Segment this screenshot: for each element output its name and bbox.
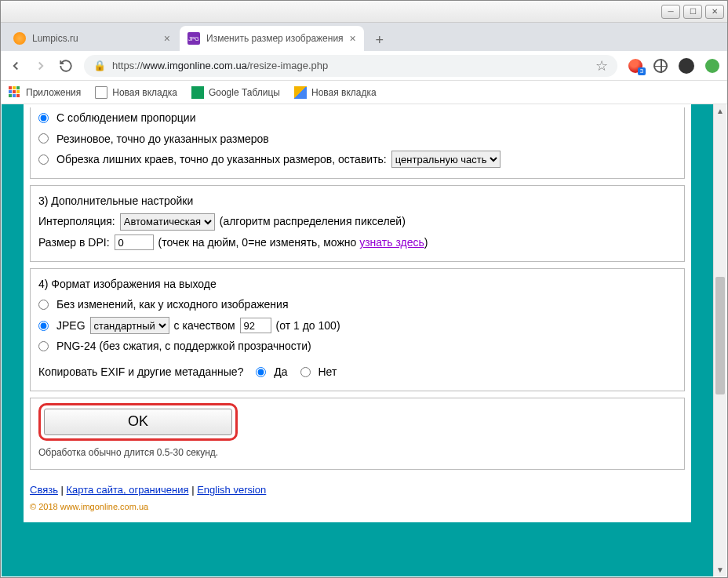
page-viewport: С соблюдением пропорции Резиновое, точно… bbox=[2, 104, 726, 576]
url-input[interactable]: 🔒 https://www.imgonline.com.ua/resize-im… bbox=[84, 55, 617, 77]
maximize-button[interactable]: ☐ bbox=[683, 5, 702, 19]
tab-lumpics[interactable]: Lumpics.ru × bbox=[5, 26, 178, 51]
page-icon bbox=[95, 86, 107, 99]
bookmark-item[interactable]: Новая вкладка bbox=[294, 86, 377, 99]
radio-rubber[interactable] bbox=[38, 133, 49, 144]
window-titlebar: ─ ☐ ✕ bbox=[1, 1, 727, 23]
vertical-scrollbar[interactable]: ▲ ▼ bbox=[713, 104, 726, 576]
interpolation-select[interactable]: Автоматическая bbox=[120, 213, 215, 231]
ok-button[interactable]: OK bbox=[44, 409, 232, 435]
minimize-button[interactable]: ─ bbox=[661, 5, 680, 19]
section-output-format: 4) Формат изображения на выходе Без изме… bbox=[30, 268, 685, 391]
section-title: 3) Дополнительные настройки bbox=[38, 191, 676, 212]
browser-window: ─ ☐ ✕ Lumpics.ru × JPG Изменить размер и… bbox=[0, 0, 728, 578]
bookmarks-bar: Приложения Новая вкладка Google Таблицы … bbox=[1, 81, 727, 104]
bookmark-item[interactable]: Новая вкладка bbox=[95, 86, 177, 99]
footer-link-contact[interactable]: Связь bbox=[30, 484, 58, 496]
toolbar-right bbox=[628, 58, 719, 74]
tab-bar: Lumpics.ru × JPG Изменить размер изображ… bbox=[1, 23, 727, 51]
address-bar: 🔒 https://www.imgonline.com.ua/resize-im… bbox=[1, 51, 727, 81]
page-icon bbox=[294, 86, 307, 99]
favicon-icon bbox=[13, 32, 26, 45]
close-button[interactable]: ✕ bbox=[705, 5, 724, 19]
extension-green-icon[interactable] bbox=[705, 59, 719, 73]
dpi-input[interactable] bbox=[115, 234, 154, 250]
tab-title: Изменить размер изображения bbox=[206, 33, 344, 44]
favicon-icon: JPG bbox=[187, 32, 200, 45]
scroll-up-icon[interactable]: ▲ bbox=[714, 104, 726, 118]
lock-icon: 🔒 bbox=[93, 60, 106, 71]
back-button[interactable] bbox=[9, 59, 23, 73]
page-footer: Связь | Карта сайта, ограничения | Engli… bbox=[30, 484, 685, 511]
extension-globe-icon[interactable] bbox=[653, 59, 668, 73]
section-additional: 3) Дополнительные настройки Интерполяция… bbox=[30, 185, 685, 262]
footer-link-sitemap[interactable]: Карта сайта, ограничения bbox=[67, 484, 189, 496]
radio-crop[interactable] bbox=[38, 154, 49, 165]
reload-button[interactable] bbox=[59, 59, 73, 73]
radio-format-png[interactable] bbox=[38, 341, 49, 351]
url-text: https://www.imgonline.com.ua/resize-imag… bbox=[112, 60, 328, 71]
new-tab-button[interactable]: + bbox=[369, 29, 391, 51]
radio-format-jpeg[interactable] bbox=[38, 321, 49, 331]
radio-exif-no[interactable] bbox=[300, 367, 311, 377]
dpi-label: Размер в DPI: bbox=[38, 232, 110, 253]
section-submit: OK Обработка обычно длится 0.5-30 секунд… bbox=[30, 398, 685, 471]
jpeg-quality-input[interactable] bbox=[240, 318, 271, 333]
tab-title: Lumpics.ru bbox=[32, 33, 78, 44]
tab-close-icon[interactable]: × bbox=[164, 32, 170, 45]
bookmark-star-icon[interactable]: ☆ bbox=[595, 57, 608, 75]
bookmark-item[interactable]: Google Таблицы bbox=[191, 86, 280, 99]
page-content: С соблюдением пропорции Резиновое, точно… bbox=[2, 104, 713, 576]
profile-avatar[interactable] bbox=[679, 58, 694, 74]
interp-label: Интерполяция: bbox=[38, 211, 115, 232]
scroll-thumb[interactable] bbox=[715, 277, 725, 394]
processing-note: Обработка обычно длится 0.5-30 секунд. bbox=[38, 444, 676, 462]
interp-hint: (алгоритм распределения пикселей) bbox=[220, 211, 406, 232]
section-resize-mode: С соблюдением пропорции Резиновое, точно… bbox=[30, 107, 685, 179]
jpeg-subtype-select[interactable]: стандартный bbox=[90, 317, 169, 334]
ok-highlight: OK bbox=[38, 403, 238, 441]
copyright: © 2018 www.imgonline.com.ua bbox=[30, 502, 685, 511]
forward-button[interactable] bbox=[34, 59, 48, 73]
apps-button[interactable]: Приложения bbox=[9, 86, 81, 99]
exif-label: Копировать EXIF и другие метаданные? bbox=[38, 362, 243, 383]
footer-link-english[interactable]: English version bbox=[197, 484, 266, 496]
sheets-icon bbox=[191, 86, 204, 99]
apps-icon bbox=[9, 86, 21, 99]
tab-close-icon[interactable]: × bbox=[350, 32, 356, 45]
scroll-down-icon[interactable]: ▼ bbox=[714, 563, 726, 576]
section-title: 4) Формат изображения на выходе bbox=[38, 274, 676, 295]
radio-proportional[interactable] bbox=[38, 113, 49, 123]
crop-position-select[interactable]: центральную часть bbox=[391, 151, 500, 168]
extension-opera-icon[interactable] bbox=[628, 59, 642, 73]
tab-imgonline[interactable]: JPG Изменить размер изображения × bbox=[180, 26, 364, 51]
radio-exif-yes[interactable] bbox=[256, 367, 266, 377]
radio-format-same[interactable] bbox=[38, 300, 49, 310]
dpi-help-link[interactable]: узнать здесь bbox=[359, 236, 424, 249]
